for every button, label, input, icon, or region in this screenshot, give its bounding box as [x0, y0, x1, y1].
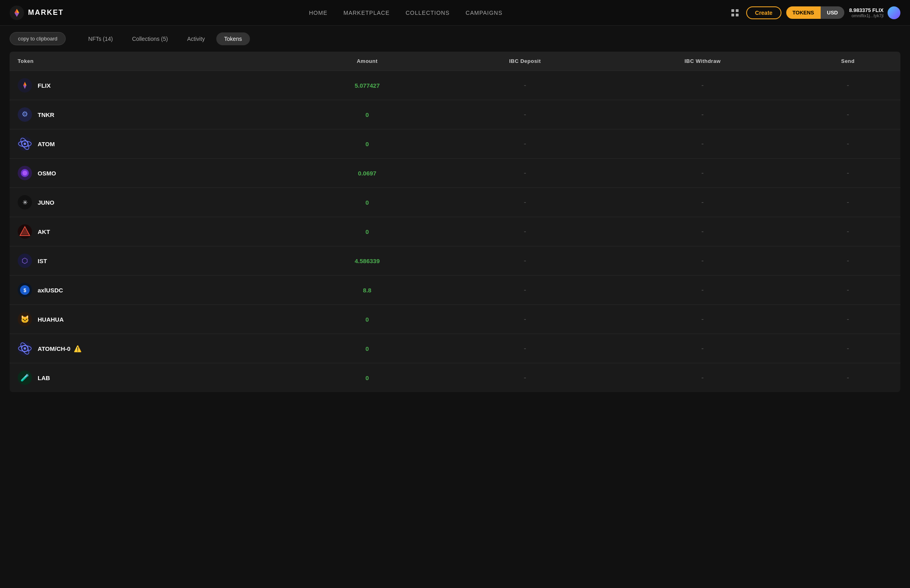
token-name-8: HUAHUA: [38, 316, 64, 323]
token-amount-2: 0: [294, 129, 440, 159]
tab-nfts[interactable]: NFTs (14): [80, 32, 121, 45]
svg-rect-3: [731, 14, 734, 16]
token-ibc-deposit-10: -: [440, 363, 610, 393]
token-cell-4: ✳ JUNO: [10, 188, 294, 217]
token-name-7: axlUSDC: [38, 287, 63, 294]
avatar[interactable]: [888, 6, 900, 19]
token-icon-tnkr: ⚙: [18, 107, 32, 122]
nav-home[interactable]: HOME: [309, 10, 327, 16]
table-row: ⚙ TNKR 0 - - -: [10, 100, 900, 129]
nav-collections[interactable]: COLLECTIONS: [406, 10, 450, 16]
token-name-2: ATOM: [38, 141, 55, 147]
token-amount-3: 0.0697: [294, 159, 440, 188]
col-ibc-withdraw: IBC Withdraw: [610, 52, 795, 71]
token-send-1: -: [795, 100, 900, 129]
logo-icon: [10, 6, 24, 20]
logo-area[interactable]: MARKET: [10, 6, 64, 20]
table-row: FLIX 5.077427 - - -: [10, 71, 900, 100]
tab-tokens[interactable]: Tokens: [216, 32, 250, 45]
token-send-4: -: [795, 188, 900, 217]
col-send: Send: [795, 52, 900, 71]
create-button[interactable]: Create: [746, 6, 781, 19]
token-cell-6: ⬡ IST: [10, 246, 294, 276]
token-amount-4: 0: [294, 188, 440, 217]
col-token: Token: [10, 52, 294, 71]
token-ibc-withdraw-2: -: [610, 129, 795, 159]
token-ibc-deposit-2: -: [440, 129, 610, 159]
svg-point-15: [22, 171, 27, 175]
token-send-9: -: [795, 334, 900, 363]
token-rows: FLIX 5.077427 - - - ⚙ TNKR 0 - - - ATOM …: [10, 71, 900, 393]
token-name-5: AKT: [38, 228, 50, 235]
token-name-4: JUNO: [38, 199, 54, 206]
wallet-info: 8.983375 FLIX omniflix1j...tyk7jl: [849, 7, 884, 18]
navbar: MARKET HOME MARKETPLACE COLLECTIONS CAMP…: [0, 0, 910, 26]
tab-list: NFTs (14) Collections (5) Activity Token…: [80, 32, 250, 45]
copy-clipboard-button[interactable]: copy to clipboard: [10, 32, 66, 45]
wallet-area: 8.983375 FLIX omniflix1j...tyk7jl: [849, 6, 900, 19]
token-icon-flix: [18, 78, 32, 93]
token-amount-5: 0: [294, 217, 440, 246]
grid-icon[interactable]: [729, 6, 741, 19]
svg-text:🐱: 🐱: [20, 315, 30, 324]
token-cell-1: ⚙ TNKR: [10, 100, 294, 129]
token-icon-lab: 🧪: [18, 371, 32, 385]
token-ibc-withdraw-6: -: [610, 246, 795, 276]
table-row: OSMO 0.0697 - - -: [10, 159, 900, 188]
usd-toggle-button[interactable]: USD: [821, 6, 844, 19]
token-ibc-withdraw-5: -: [610, 217, 795, 246]
token-amount-9: 0: [294, 334, 440, 363]
svg-text:⬡: ⬡: [22, 257, 28, 265]
tab-collections[interactable]: Collections (5): [124, 32, 176, 45]
token-cell-5: AKT: [10, 217, 294, 246]
col-ibc-deposit: IBC Deposit: [440, 52, 610, 71]
token-icon-atom_ch0: [18, 341, 32, 356]
table-row: ATOM 0 - - -: [10, 129, 900, 159]
token-send-3: -: [795, 159, 900, 188]
token-amount-7: 8.8: [294, 276, 440, 305]
svg-point-32: [24, 347, 26, 350]
token-icon-osmo: [18, 166, 32, 180]
token-cell-0: FLIX: [10, 71, 294, 100]
token-name-9: ATOM/CH-0⚠️: [38, 345, 82, 352]
token-ibc-withdraw-8: -: [610, 305, 795, 334]
token-send-8: -: [795, 305, 900, 334]
tabs-area: copy to clipboard NFTs (14) Collections …: [0, 26, 910, 52]
wallet-address: omniflix1j...tyk7jl: [849, 13, 884, 18]
token-name-10: LAB: [38, 375, 50, 381]
token-amount-6: 4.586339: [294, 246, 440, 276]
nav-campaigns[interactable]: CAMPAIGNS: [466, 10, 503, 16]
tokens-toggle-button[interactable]: TOKENS: [786, 6, 821, 19]
token-ibc-deposit-8: -: [440, 305, 610, 334]
token-icon-ist: ⬡: [18, 254, 32, 268]
token-ibc-withdraw-0: -: [610, 71, 795, 100]
token-ibc-withdraw-1: -: [610, 100, 795, 129]
table-row: $ axlUSDC 8.8 - - -: [10, 276, 900, 305]
token-cell-8: 🐱 HUAHUA: [10, 305, 294, 334]
token-ibc-withdraw-3: -: [610, 159, 795, 188]
svg-text:⚙: ⚙: [22, 110, 28, 118]
nav-marketplace[interactable]: MARKETPLACE: [343, 10, 389, 16]
table-row: ✳ JUNO 0 - - -: [10, 188, 900, 217]
token-send-5: -: [795, 217, 900, 246]
token-icon-atom: [18, 137, 32, 151]
table-container: Token Amount IBC Deposit IBC Withdraw Se…: [0, 52, 910, 402]
svg-text:$: $: [24, 288, 26, 293]
svg-rect-4: [736, 14, 739, 16]
token-ibc-withdraw-7: -: [610, 276, 795, 305]
table-header: Token Amount IBC Deposit IBC Withdraw Se…: [10, 52, 900, 71]
token-cell-3: OSMO: [10, 159, 294, 188]
table-row: ⬡ IST 4.586339 - - -: [10, 246, 900, 276]
wallet-balance: 8.983375 FLIX: [849, 7, 884, 13]
tab-activity[interactable]: Activity: [179, 32, 213, 45]
token-send-7: -: [795, 276, 900, 305]
token-send-6: -: [795, 246, 900, 276]
nav-right: Create TOKENS USD 8.983375 FLIX omniflix…: [729, 6, 900, 19]
token-ibc-deposit-6: -: [440, 246, 610, 276]
warning-icon: ⚠️: [74, 345, 82, 352]
token-ibc-deposit-1: -: [440, 100, 610, 129]
token-send-0: -: [795, 71, 900, 100]
token-name-1: TNKR: [38, 111, 54, 118]
table-row: 🐱 HUAHUA 0 - - -: [10, 305, 900, 334]
token-ibc-deposit-0: -: [440, 71, 610, 100]
